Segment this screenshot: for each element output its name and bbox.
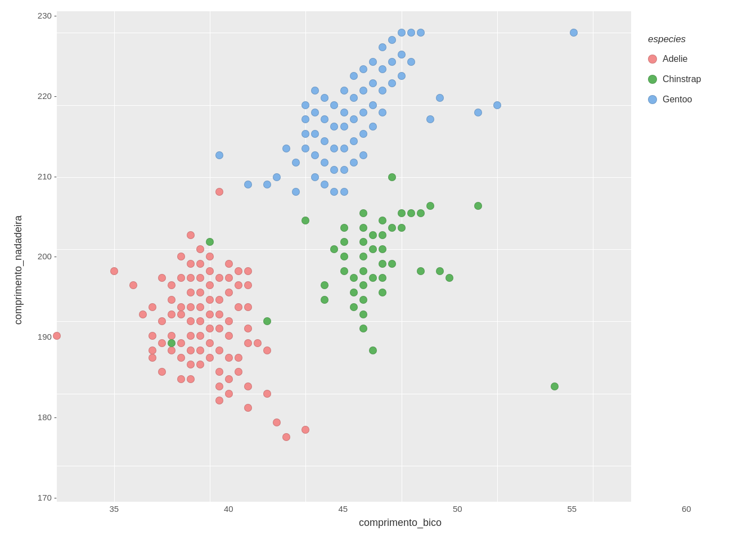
data-point: [206, 310, 214, 318]
data-point: [340, 123, 348, 130]
data-point: [225, 260, 233, 268]
data-point: [417, 29, 425, 37]
data-point: [187, 361, 195, 368]
data-point: [321, 296, 328, 304]
data-point: [225, 274, 233, 282]
data-point: [244, 281, 252, 289]
data-point: [446, 274, 453, 282]
data-point: [379, 65, 386, 73]
data-point: [244, 382, 252, 390]
data-point: [158, 368, 166, 376]
data-point: [187, 346, 195, 354]
data-point: [53, 332, 61, 340]
data-point: [350, 72, 358, 80]
data-point: [493, 101, 501, 109]
data-point: [379, 231, 386, 239]
data-point: [398, 29, 406, 37]
data-point: [311, 130, 319, 138]
data-point: [235, 281, 242, 289]
y-axis: 230 -220 -210 -200 -190 -180 -170 -: [29, 11, 57, 502]
data-point: [398, 209, 406, 217]
data-point: [225, 289, 233, 296]
y-tick: 230 -: [38, 11, 57, 20]
y-tick: 220 -: [38, 92, 57, 100]
data-point: [158, 274, 166, 282]
data-point: [570, 29, 578, 37]
data-point: [340, 224, 348, 232]
data-point: [206, 281, 214, 289]
data-point: [321, 281, 328, 289]
data-point: [187, 274, 195, 282]
data-point: [235, 368, 242, 376]
data-point: [196, 346, 204, 354]
data-point: [426, 202, 434, 210]
data-point: [474, 109, 482, 116]
data-point: [206, 339, 214, 347]
legend-dot: [648, 55, 657, 64]
data-point: [206, 325, 214, 332]
data-point: [282, 145, 290, 152]
data-point: [168, 296, 176, 304]
data-point: [168, 281, 176, 289]
data-point: [350, 274, 358, 282]
y-axis-label: comprimento_nadadeira: [12, 215, 24, 325]
grid-line-horizontal: [57, 466, 631, 466]
legend-title: especies: [648, 34, 744, 45]
grid-line-horizontal: [57, 321, 631, 322]
data-point: [330, 166, 338, 174]
data-point: [359, 296, 367, 304]
grid-line-vertical: [593, 11, 593, 502]
data-point: [292, 159, 300, 166]
data-point: [369, 79, 377, 87]
data-point: [215, 296, 223, 304]
grid-line-horizontal: [57, 394, 631, 394]
data-point: [148, 354, 156, 362]
data-point: [177, 354, 185, 362]
data-point: [263, 390, 271, 398]
data-point: [379, 260, 386, 268]
data-point: [388, 36, 396, 44]
data-point: [311, 173, 319, 181]
data-point: [379, 43, 386, 51]
data-point: [340, 166, 348, 174]
data-point: [330, 145, 338, 152]
data-point: [215, 188, 223, 196]
legend: especies Adelie Chinstrap Gentoo: [631, 11, 744, 502]
data-point: [215, 151, 223, 159]
data-point: [369, 123, 377, 130]
data-point: [359, 109, 367, 116]
data-point: [196, 289, 204, 296]
x-tick: 60: [629, 504, 744, 514]
data-point: [196, 361, 204, 368]
data-point: [254, 339, 262, 347]
data-point: [302, 101, 309, 109]
y-tick: 170 -: [38, 493, 57, 502]
data-point: [187, 260, 195, 268]
y-tick: 180 -: [38, 413, 57, 421]
data-point: [330, 188, 338, 196]
data-point: [388, 58, 396, 66]
data-point: [369, 101, 377, 109]
data-point: [177, 339, 185, 347]
data-point: [206, 296, 214, 304]
data-point: [330, 245, 338, 253]
data-point: [110, 267, 118, 275]
data-point: [340, 188, 348, 196]
data-point: [215, 382, 223, 390]
data-point: [206, 267, 214, 275]
data-point: [196, 332, 204, 340]
data-point: [321, 159, 328, 166]
x-tick: 45: [286, 504, 400, 514]
data-point: [388, 173, 396, 181]
data-point: [340, 253, 348, 260]
grid-line-horizontal: [57, 249, 631, 250]
data-point: [436, 94, 444, 102]
data-point: [359, 151, 367, 159]
data-point: [177, 310, 185, 318]
data-point: [379, 87, 386, 94]
data-point: [388, 224, 396, 232]
legend-item: Adelie: [648, 54, 744, 64]
plot-and-legend: 230 -220 -210 -200 -190 -180 -170 - espe…: [29, 11, 744, 502]
data-point: [215, 310, 223, 318]
data-point: [129, 281, 137, 289]
